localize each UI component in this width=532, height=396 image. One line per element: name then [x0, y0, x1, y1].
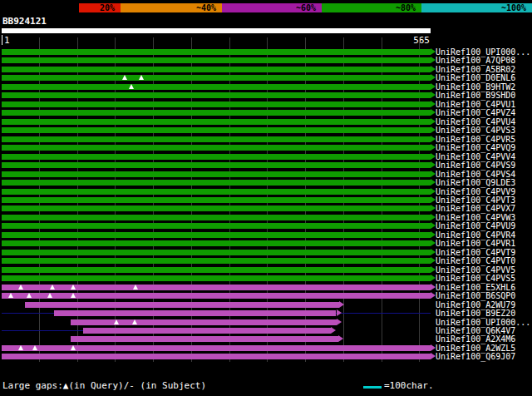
alignment-bar[interactable]: [2, 154, 431, 160]
gap-triangle-icon: [50, 285, 55, 290]
alignment-bar[interactable]: [2, 240, 431, 246]
alignment-row: UniRef100_B9SHD0: [0, 91, 532, 99]
legend-scale-text: =100char.: [384, 380, 434, 391]
alignment-bar[interactable]: [2, 171, 431, 177]
alignment-bar[interactable]: [2, 92, 431, 98]
alignment-row: UniRef100_C4PVU9: [0, 221, 532, 230]
query-name: BB924121: [2, 16, 47, 27]
alignment-row: UniRef100_Q6K4V7: [0, 326, 532, 334]
query-bar: [2, 28, 431, 33]
direction-arrow-icon: [339, 301, 344, 308]
ruler-start-tick: [2, 35, 2, 45]
alignment-row: UniRef100_C4PVV5: [0, 265, 532, 274]
gap-triangle-icon: [47, 293, 52, 298]
alignment-row: UniRef100_C4PVR4: [0, 230, 532, 239]
alignment-bar[interactable]: [2, 127, 431, 133]
scale-segment-label: ~80%: [396, 3, 416, 12]
alignment-bar[interactable]: [2, 49, 431, 55]
ruler-end-label: 565: [413, 35, 430, 46]
scale-segment-label: 20%: [100, 3, 115, 12]
alignment-bar[interactable]: [2, 189, 431, 195]
alignment-bar[interactable]: [2, 57, 431, 63]
alignment-bar[interactable]: [2, 258, 431, 264]
plot-area: UniRef100_UPI000...UniRef100_A7QP08UniRe…: [0, 47, 532, 362]
alignment-bar[interactable]: [25, 302, 339, 308]
alignment-bar[interactable]: [2, 162, 431, 168]
alignment-bar[interactable]: [2, 67, 431, 72]
direction-arrow-icon: [331, 327, 336, 334]
direction-arrow-icon: [337, 309, 342, 316]
alignment-row: UniRef100_C4PVS4: [0, 170, 532, 178]
alignment-bar[interactable]: [2, 250, 431, 255]
alignment-row: UniRef100_A2WU79: [0, 300, 532, 309]
alignment-row: UniRef100_B9HTW2: [0, 82, 532, 91]
alignment-bar[interactable]: [71, 336, 338, 342]
alignment-row: UniRef100_C4PVW3: [0, 213, 532, 221]
alignment-row: UniRef100_C4PVR5: [0, 135, 532, 143]
gap-triangle-icon: [71, 285, 76, 290]
identity-scale-bar: 20%~40%~60%~80%~100%: [79, 3, 532, 12]
gap-triangle-icon: [114, 319, 119, 324]
scale-segment: ~60%: [222, 3, 322, 12]
alignment-bar[interactable]: [2, 267, 431, 273]
alignment-bar[interactable]: [71, 319, 336, 325]
alignment-row: UniRef100_C4PVR1: [0, 239, 532, 247]
hit-label[interactable]: UniRef100_Q69J07: [436, 353, 515, 361]
scale-segment: 20%: [79, 3, 121, 12]
alignment-row: UniRef100_B9EZ20: [0, 309, 532, 317]
alignment-bar[interactable]: [2, 180, 431, 186]
scale-segment: ~40%: [121, 3, 222, 12]
gap-triangle-icon: [8, 293, 13, 298]
alignment-row: UniRef100_C4PVT9: [0, 248, 532, 256]
ruler-start-label: 1: [4, 35, 10, 46]
alignment-bar[interactable]: [2, 145, 431, 151]
scale-segment-label: ~40%: [196, 3, 216, 12]
alignment-row: UniRef100_C4PVU4: [0, 117, 532, 126]
alignment-bar[interactable]: [83, 328, 331, 334]
gap-triangle-icon: [27, 293, 32, 298]
gap-triangle-icon: [133, 285, 138, 290]
alignment-row: UniRef100_C4PVQ9: [0, 143, 532, 151]
scale-segment-label: ~60%: [296, 3, 316, 12]
alignment-row: UniRef100_C4PVT3: [0, 196, 532, 204]
legend-scale-dash-icon: [363, 386, 382, 389]
alignment-bar[interactable]: [2, 110, 431, 116]
alignment-row: UniRef100_A2WZL5: [0, 344, 532, 352]
gap-triangle-icon: [71, 345, 76, 350]
alignment-bar[interactable]: [2, 275, 431, 281]
alignment-row: UniRef100_Q69J07: [0, 352, 532, 360]
gap-triangle-icon: [132, 319, 137, 324]
alignment-bar[interactable]: [2, 136, 431, 142]
alignment-bar[interactable]: [2, 197, 431, 203]
alignment-row: UniRef100_C4PVS5: [0, 274, 532, 282]
gap-triangle-icon: [139, 75, 144, 80]
alignment-bar[interactable]: [2, 101, 431, 107]
gap-triangle-icon: [71, 293, 76, 298]
alignment-bar[interactable]: [2, 232, 431, 238]
alignment-bar[interactable]: [54, 310, 336, 316]
alignment-row: UniRef100_C4PVT0: [0, 256, 532, 265]
alignment-bar[interactable]: [2, 285, 431, 290]
scale-segment-label: ~100%: [501, 3, 526, 12]
alignment-bar[interactable]: [2, 345, 431, 351]
alignment-row: UniRef100_C4PVX7: [0, 204, 532, 212]
alignment-extent-line: [2, 330, 83, 331]
legend-gaps-text: Large gaps:▲(in Query)/- (in Subject): [2, 380, 206, 391]
alignment-bar[interactable]: [2, 75, 431, 81]
alignment-bar[interactable]: [2, 223, 431, 229]
gap-triangle-icon: [18, 345, 23, 350]
alignment-row: UniRef100_C4PVV9: [0, 187, 532, 196]
alignment-bar[interactable]: [2, 293, 431, 299]
alignment-row: UniRef100_D0ENL6: [0, 73, 532, 82]
gap-triangle-icon: [122, 75, 127, 80]
alignment-bar[interactable]: [2, 354, 431, 359]
alignment-bar[interactable]: [2, 205, 431, 211]
gap-triangle-icon: [18, 285, 23, 290]
alignment-bar[interactable]: [2, 84, 431, 90]
alignment-row: UniRef100_C4PVZ4: [0, 108, 532, 116]
alignment-bar[interactable]: [2, 215, 431, 220]
alignment-bar[interactable]: [2, 119, 431, 125]
gap-triangle-icon: [32, 345, 37, 350]
alignment-row: UniRef100_A5BR02: [0, 65, 532, 73]
alignment-row: UniRef100_E5XHL6: [0, 283, 532, 291]
